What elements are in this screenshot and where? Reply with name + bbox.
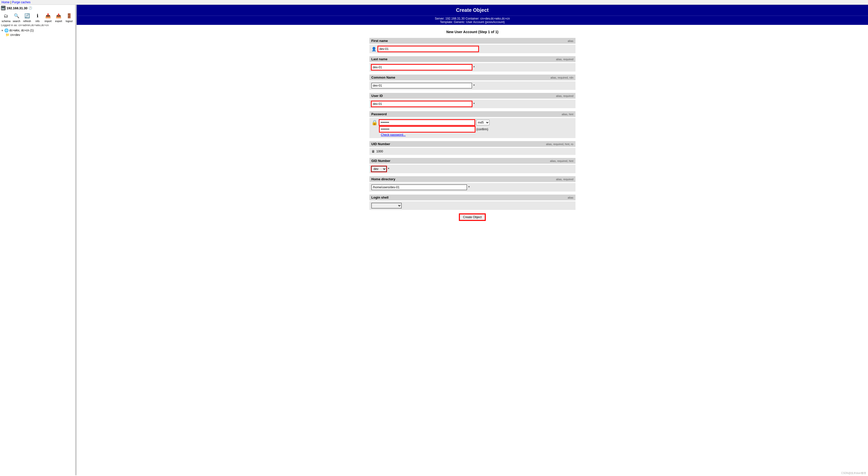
server-info: Server: 192.168.31.30 Container: cn=dev,… xyxy=(76,15,868,25)
form-title: New User Account (Step 1 of 1) xyxy=(369,30,576,34)
gid-label: GID Number xyxy=(371,159,391,163)
gid-header: GID Number alias, required, hint xyxy=(369,158,576,164)
password-row1: 🔒 md5 sha crypt ssha xyxy=(371,120,574,126)
search-label: search xyxy=(13,20,20,23)
uid-icon: 🖥 xyxy=(371,149,375,154)
search-icon: 🔍 xyxy=(12,12,21,20)
shell-label: Login shell xyxy=(371,196,389,199)
password-row2: (confirm) xyxy=(371,127,574,132)
refresh-button[interactable]: 🔄 refresh xyxy=(22,12,32,23)
server-line: Server: 192.168.31.30 Container: cn=dev,… xyxy=(78,17,867,20)
check-password-link[interactable]: Check password... xyxy=(381,133,406,137)
shell-meta: alias xyxy=(568,196,574,199)
homedir-body: * xyxy=(369,183,576,192)
password-input[interactable] xyxy=(379,120,475,125)
page-header: Create Object xyxy=(76,5,868,15)
create-button-area: Create Object xyxy=(369,214,576,220)
uid-value: 1000 xyxy=(376,149,383,153)
userid-input[interactable] xyxy=(371,101,472,107)
homedir-required-star: * xyxy=(468,185,470,189)
commonname-section: Common Name alias, required, rdn * xyxy=(369,74,576,90)
logged-in-info: Logged in as: cn=admin,dc=wkx,dc=cn xyxy=(1,24,74,27)
hash-select[interactable]: md5 sha crypt ssha xyxy=(476,120,490,125)
commonname-label: Common Name xyxy=(371,75,395,79)
userid-required-star: * xyxy=(473,102,475,106)
lastname-body: * xyxy=(369,63,576,72)
export-icon: 📤 xyxy=(55,12,63,20)
tree-toggle: ▼ xyxy=(1,29,3,32)
directory-tree: ▼ 🌐 dc=wkx, dc=cn (1) 📁 cn=dev xyxy=(1,28,74,37)
firstname-header: First name alias xyxy=(369,38,576,44)
gid-select[interactable]: dev users staff xyxy=(371,166,386,172)
template-line: Template: Generic: User Account (posixAc… xyxy=(78,20,867,24)
logout-button[interactable]: 🚪 logout xyxy=(64,12,74,23)
userid-label: User ID xyxy=(371,94,383,98)
confirm-label: (confirm) xyxy=(476,128,488,131)
schema-button[interactable]: 🗂 schema xyxy=(1,12,11,23)
firstname-input[interactable] xyxy=(378,46,478,52)
schema-label: schema xyxy=(1,20,10,23)
uid-header: UID Number alias, required, hint, ro xyxy=(369,141,576,147)
info-button[interactable]: ℹ info xyxy=(33,12,43,23)
commonname-meta: alias, required, rdn xyxy=(550,76,573,79)
info-label: info xyxy=(35,20,39,23)
firstname-body: 👤 xyxy=(369,45,576,53)
firstname-section: First name alias 👤 xyxy=(369,38,576,53)
commonname-header: Common Name alias, required, rdn xyxy=(369,74,576,80)
refresh-label: refresh xyxy=(23,20,31,23)
export-button[interactable]: 📤 export xyxy=(54,12,64,23)
firstname-meta: alias xyxy=(568,39,574,42)
password-header: Password alias, hint xyxy=(369,111,576,117)
password-body: 🔒 md5 sha crypt ssha (confirm) xyxy=(369,118,576,138)
commonname-body: * xyxy=(369,81,576,90)
schema-icon: 🗂 xyxy=(2,12,10,20)
logout-icon: 🚪 xyxy=(65,12,73,20)
gid-required-star: * xyxy=(388,167,389,171)
gid-meta: alias, required, hint xyxy=(550,160,574,163)
userid-section: User ID alias, required * xyxy=(369,93,576,108)
password-section: Password alias, hint 🔒 md5 sha crypt ssh… xyxy=(369,111,576,138)
logout-label: logout xyxy=(66,20,72,23)
tree-label-cn-dev: cn=dev xyxy=(10,33,20,37)
lastname-section: Last name alias, required * xyxy=(369,56,576,72)
shell-header: Login shell alias xyxy=(369,195,576,200)
create-object-button[interactable]: Create Object xyxy=(459,214,485,220)
commonname-required-star: * xyxy=(473,83,475,88)
tree-label-dc-wkx: dc=wkx, dc=cn (1) xyxy=(9,29,34,32)
lock-icon: 🔒 xyxy=(371,120,378,126)
sidebar: 💻 192.168.31.30 🕐 🗂 schema 🔍 search 🔄 re… xyxy=(0,5,75,475)
shell-select[interactable]: /bin/bash /bin/sh /bin/zsh /sbin/nologin xyxy=(371,203,402,208)
refresh-icon: 🔄 xyxy=(23,12,31,20)
lastname-required-star: * xyxy=(473,65,475,69)
purge-caches-link[interactable]: Purge caches xyxy=(12,0,30,4)
home-link[interactable]: Home xyxy=(1,0,9,4)
lastname-input[interactable] xyxy=(371,65,472,70)
homedir-meta: alias, required xyxy=(556,178,573,181)
uid-body: 🖥 1000 xyxy=(369,148,576,155)
toolbar: 🗂 schema 🔍 search 🔄 refresh ℹ info 📥 imp… xyxy=(1,12,74,23)
uid-label: UID Number xyxy=(371,142,390,146)
import-button[interactable]: 📥 import xyxy=(43,12,53,23)
gid-body: dev users staff * xyxy=(369,165,576,173)
uid-section: UID Number alias, required, hint, ro 🖥 1… xyxy=(369,141,576,155)
tree-item-dc-wkx[interactable]: ▼ 🌐 dc=wkx, dc=cn (1) xyxy=(1,28,74,33)
shell-section: Login shell alias /bin/bash /bin/sh /bin… xyxy=(369,195,576,210)
password-confirm-input[interactable] xyxy=(379,127,475,132)
watermark: CSDN@技术doer整理 xyxy=(841,472,866,475)
user-icon: 👤 xyxy=(371,47,376,52)
server-address: 192.168.31.30 xyxy=(6,6,27,10)
homedir-input[interactable] xyxy=(371,184,467,190)
form-area: New User Account (Step 1 of 1) First nam… xyxy=(359,25,586,231)
password-label: Password xyxy=(371,112,387,116)
import-icon: 📥 xyxy=(44,12,52,20)
server-icon: 💻 xyxy=(1,6,5,10)
gid-section: GID Number alias, required, hint dev use… xyxy=(369,158,576,173)
search-button[interactable]: 🔍 search xyxy=(11,12,22,23)
shell-body: /bin/bash /bin/sh /bin/zsh /sbin/nologin xyxy=(369,201,576,210)
clock-icon[interactable]: 🕐 xyxy=(28,6,32,10)
main-content: Create Object Server: 192.168.31.30 Cont… xyxy=(76,5,868,475)
tree-item-cn-dev[interactable]: 📁 cn=dev xyxy=(5,33,74,37)
commonname-input[interactable] xyxy=(371,83,472,89)
menubar: Home | Purge caches xyxy=(0,0,868,5)
homedir-section: Home directory alias, required * xyxy=(369,176,576,192)
